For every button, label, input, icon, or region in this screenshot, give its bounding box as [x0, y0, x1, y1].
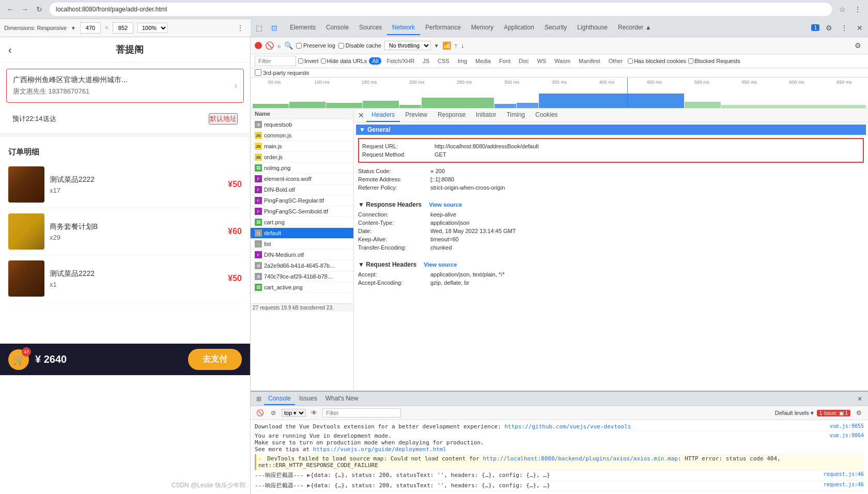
back-button[interactable]: ←: [4, 3, 17, 16]
filter-fetchxhr-button[interactable]: Fetch/XHR: [383, 57, 417, 65]
tab-memory[interactable]: Memory: [466, 21, 499, 35]
tab-elements[interactable]: Elements: [285, 21, 321, 35]
responsive-more-button[interactable]: ⋮: [234, 22, 246, 34]
filter-all-button[interactable]: All: [369, 57, 381, 65]
response-headers-header[interactable]: ▼ Response Headers View source: [358, 198, 864, 210]
view-source-response[interactable]: View source: [429, 202, 462, 208]
filter-other-button[interactable]: Other: [606, 57, 626, 65]
tab-security[interactable]: Security: [539, 21, 572, 35]
console-line-right[interactable]: vue.js:9055: [830, 423, 864, 429]
filter-js-button[interactable]: JS: [420, 57, 432, 65]
invert-checkbox[interactable]: Invert: [298, 58, 319, 64]
zoom-select[interactable]: 100% 75% 50%: [137, 23, 168, 33]
vue-devtools-link[interactable]: https://github.com/vuejs/vue-devtools: [504, 423, 631, 430]
clear-button[interactable]: 🚫: [265, 41, 274, 50]
detail-tab-cookies[interactable]: Cookies: [530, 109, 563, 122]
tab-performance[interactable]: Performance: [420, 21, 466, 35]
menu-button[interactable]: ⋮: [851, 3, 864, 16]
filter-button[interactable]: ⬦: [277, 41, 281, 50]
list-item[interactable]: ⊞ 740c79ce-af29-41b8-b78d-5f49c96...: [251, 271, 353, 282]
bookmark-button[interactable]: ☆: [836, 3, 848, 16]
console-line-right[interactable]: vue.js:9064: [830, 433, 864, 438]
list-item[interactable]: 🖼 cart_active.png: [251, 282, 353, 293]
disable-cache-checkbox[interactable]: Disable cache: [338, 42, 381, 49]
tab-recorder[interactable]: Recorder ▲: [613, 21, 657, 35]
console-error-button[interactable]: ⊘: [268, 408, 278, 418]
file-list-scroll[interactable]: [251, 293, 353, 303]
console-sidebar-toggle[interactable]: ⊞: [254, 394, 264, 404]
detail-close-button[interactable]: ✕: [356, 110, 366, 120]
filter-img-button[interactable]: Img: [455, 57, 470, 65]
vuejs-deployment-link[interactable]: https://vuejs.org/guide/deployment.html: [313, 446, 446, 453]
console-close-button[interactable]: ✕: [855, 394, 865, 404]
console-line-right[interactable]: request.js:46: [824, 482, 864, 487]
filter-input[interactable]: [255, 56, 296, 66]
record-button[interactable]: [255, 42, 262, 49]
tab-console-main[interactable]: Console: [264, 393, 295, 405]
export-button[interactable]: ↓: [461, 41, 464, 50]
third-party-checkbox[interactable]: 3rd-party requests: [255, 69, 309, 76]
filter-media-button[interactable]: Media: [472, 57, 494, 65]
request-headers-header[interactable]: ▼ Request Headers View source: [358, 258, 864, 270]
view-source-request[interactable]: View source: [424, 261, 457, 268]
detail-tab-initiator[interactable]: Initiator: [471, 109, 501, 122]
tab-whats-new[interactable]: What's New: [321, 393, 363, 405]
address-card[interactable]: 广西柳州鱼峰区官塘大道柳州城市... 唐文惠先生 18378670761 ›: [6, 69, 244, 103]
detail-tab-preview[interactable]: Preview: [400, 109, 432, 122]
general-header[interactable]: ▼ General: [356, 125, 866, 135]
list-item[interactable]: JS order.js: [251, 152, 353, 163]
hide-data-urls-checkbox[interactable]: Hide data URLs: [321, 58, 367, 64]
search-button[interactable]: 🔍: [284, 41, 293, 50]
console-eye-button[interactable]: 👁: [309, 408, 319, 418]
list-item[interactable]: F PingFangSC-Semibold.ttf: [251, 206, 353, 217]
axios-map-link[interactable]: http://localhost:8080/backend/plugins/ax…: [483, 455, 678, 462]
list-item[interactable]: F PingFangSC-Regular.ttf: [251, 195, 353, 206]
checkout-button[interactable]: 去支付: [188, 349, 242, 370]
list-item[interactable]: JS main.js: [251, 141, 353, 152]
list-item[interactable]: F element-icons.woff: [251, 174, 353, 184]
default-addr-button[interactable]: 默认地址: [209, 113, 238, 125]
filter-font-button[interactable]: Font: [496, 57, 514, 65]
list-item[interactable]: JS common.js: [251, 130, 353, 141]
tab-network[interactable]: Network: [387, 21, 420, 35]
filter-manifest-button[interactable]: Manifest: [576, 57, 603, 65]
tab-sources[interactable]: Sources: [354, 21, 387, 35]
devtools-close-button[interactable]: ✕: [854, 22, 866, 34]
console-line-right[interactable]: request.js:46: [824, 471, 864, 477]
height-input[interactable]: [113, 22, 133, 34]
list-item[interactable]: F DIN-Medium.otf: [251, 250, 353, 260]
detail-tab-headers[interactable]: Headers: [366, 109, 400, 122]
tab-console[interactable]: Console: [321, 21, 354, 35]
tab-application[interactable]: Application: [499, 21, 539, 35]
tab-lighthouse[interactable]: Lighthouse: [572, 21, 613, 35]
filter-doc-button[interactable]: Doc: [516, 57, 532, 65]
devtools-cursor-button[interactable]: ⬚: [253, 22, 265, 34]
filter-ws-button[interactable]: WS: [534, 57, 550, 65]
has-blocked-cookies-checkbox[interactable]: Has blocked cookies: [628, 58, 686, 64]
list-item[interactable]: 🖼 cart.png: [251, 217, 353, 228]
devtools-more-button[interactable]: ⋮: [838, 22, 850, 34]
default-levels-button[interactable]: Default levels ▾: [775, 410, 814, 416]
console-settings-button[interactable]: ⚙: [854, 408, 864, 418]
detail-tab-timing[interactable]: Timing: [501, 109, 530, 122]
forward-button[interactable]: →: [19, 3, 31, 16]
console-filter-input[interactable]: [322, 408, 401, 418]
console-context-select[interactable]: top ▾: [282, 409, 306, 417]
address-bar[interactable]: [50, 3, 832, 16]
list-item[interactable]: □ list: [251, 239, 353, 250]
width-input[interactable]: [80, 22, 101, 34]
console-clear-button[interactable]: 🚫: [255, 408, 265, 418]
list-item[interactable]: ⊞ requestsob: [251, 119, 353, 130]
detail-tab-response[interactable]: Response: [432, 109, 471, 122]
app-back-button[interactable]: ‹: [8, 44, 12, 56]
reload-button[interactable]: ↻: [33, 3, 45, 16]
list-item[interactable]: 🖼 nolmg.png: [251, 163, 353, 174]
filter-wasm-button[interactable]: Wasm: [551, 57, 574, 65]
list-item-default[interactable]: ⊡ default: [251, 228, 353, 239]
preserve-log-checkbox[interactable]: Preserve log: [296, 42, 335, 49]
list-item[interactable]: ⊞ 2a2e9d66-b41d-4645-87bd-95f2cfe...: [251, 260, 353, 271]
list-item[interactable]: F DIN-Bold.otf: [251, 184, 353, 195]
filter-css-button[interactable]: CSS: [435, 57, 453, 65]
network-settings-button[interactable]: ⚙: [851, 39, 864, 52]
import-button[interactable]: ↑: [454, 41, 458, 50]
